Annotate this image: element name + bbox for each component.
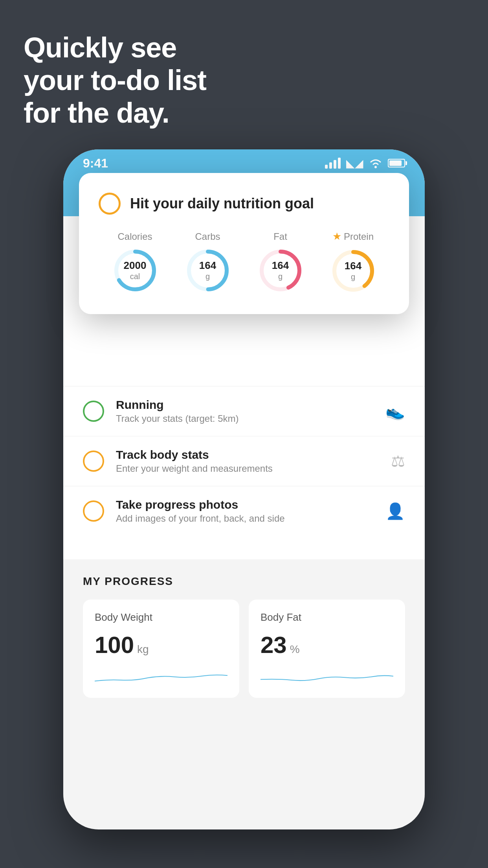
nutrition-item-carbs: Carbs 164 g [184,231,231,294]
todo-text: Take progress photos Add images of your … [116,498,374,524]
body-weight-label: Body Weight [95,611,227,623]
wifi-icon [369,158,382,168]
nutrition-item-protein: ★ Protein 164 g [330,230,377,294]
signal-icon [325,158,341,169]
protein-donut: 164 g [330,247,377,294]
status-time: 9:41 [83,156,108,171]
todo-sub-label: Enter your weight and measurements [116,463,379,474]
todo-circle-yellow [83,451,104,472]
todo-sub-label: Add images of your front, back, and side [116,513,374,524]
todo-sub-label: Track your stats (target: 5km) [116,413,374,424]
progress-cards: Body Weight 100 kg Body Fat 23 [83,600,405,698]
headline: Quickly see your to-do list for the day. [24,31,206,129]
body-fat-unit: % [290,643,300,656]
body-fat-value: 23 % [261,631,393,658]
calories-unit: cal [124,272,147,281]
list-item[interactable]: Track body stats Enter your weight and m… [63,436,425,486]
progress-title: MY PROGRESS [83,575,405,588]
list-item[interactable]: Running Track your stats (target: 5km) 👟 [63,386,425,436]
todo-circle-yellow [83,500,104,522]
headline-line2: your to-do list [24,64,206,97]
nutrition-row: Calories 2000 cal Carbs [99,230,389,294]
shoe-icon: 👟 [385,402,405,421]
headline-line1: Quickly see [24,31,206,64]
nutrition-item-fat: Fat 164 g [257,231,304,294]
list-item[interactable]: Take progress photos Add images of your … [63,486,425,536]
nutrition-item-calories: Calories 2000 cal [112,231,159,294]
todo-circle-orange [99,193,121,215]
todo-circle-green [83,401,104,422]
protein-value: 164 [345,260,361,272]
calories-label: Calories [117,231,152,242]
fat-donut: 164 g [257,247,304,294]
star-icon: ★ [332,230,341,243]
calories-donut: 2000 cal [112,247,159,294]
protein-label: ★ Protein [332,230,374,243]
battery-icon [388,159,405,167]
calories-value: 2000 [124,259,147,272]
person-icon: 👤 [385,502,405,520]
body-weight-unit: kg [137,643,149,656]
status-icons: ◣◢ [325,157,405,170]
svg-point-0 [374,166,377,168]
fat-label: Fat [273,231,287,242]
carbs-donut: 164 g [184,247,231,294]
nutrition-popup-card: Hit your daily nutrition goal Calories 2… [79,173,409,314]
carbs-value: 164 [199,259,216,272]
todo-main-label: Track body stats [116,448,379,462]
fat-value: 164 [272,259,289,272]
carbs-label: Carbs [195,231,220,242]
scale-icon: ⚖ [391,452,405,470]
todo-text: Running Track your stats (target: 5km) [116,398,374,424]
body-weight-card: Body Weight 100 kg [83,600,239,698]
body-fat-chart [261,666,393,686]
body-fat-number: 23 [261,631,287,658]
popup-header: Hit your daily nutrition goal [99,193,389,215]
todo-main-label: Take progress photos [116,498,374,511]
popup-title: Hit your daily nutrition goal [130,195,314,212]
progress-section: MY PROGRESS Body Weight 100 kg Body [63,559,425,714]
body-weight-chart [95,666,227,686]
body-weight-number: 100 [95,631,134,658]
body-fat-label: Body Fat [261,611,393,623]
headline-line3: for the day. [24,97,206,129]
protein-unit: g [345,272,361,282]
fat-unit: g [272,272,289,281]
todo-text: Track body stats Enter your weight and m… [116,448,379,474]
body-fat-card: Body Fat 23 % [249,600,405,698]
todo-list: Running Track your stats (target: 5km) 👟… [63,386,425,536]
todo-main-label: Running [116,398,374,412]
body-weight-value: 100 kg [95,631,227,658]
carbs-unit: g [199,272,216,281]
wifi-icon: ◣◢ [346,157,363,170]
